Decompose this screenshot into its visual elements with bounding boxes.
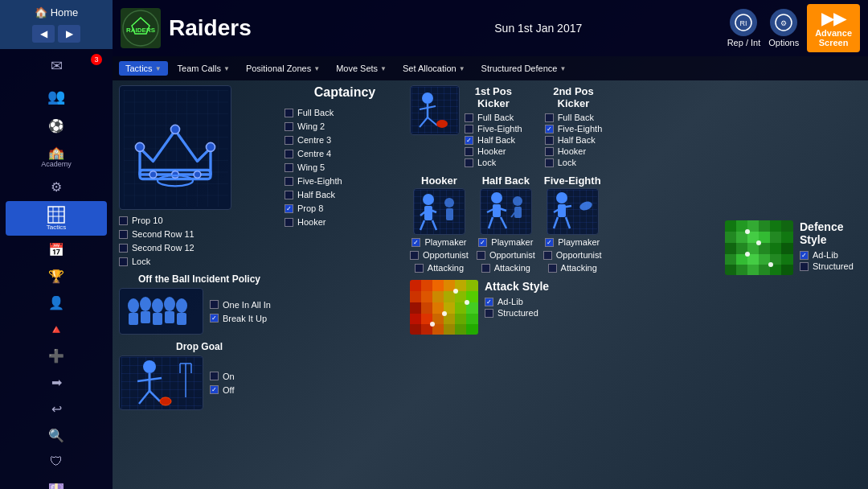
cb-wing2[interactable]: Wing 2	[285, 121, 405, 132]
tab-set-allocation[interactable]: Set Allocation ▼	[396, 61, 472, 76]
checkbox-drop-on[interactable]: On	[210, 371, 235, 382]
sidebar-item-cone[interactable]: 🔺	[6, 317, 107, 342]
sidebar-item-shield[interactable]: 🛡	[6, 450, 107, 474]
cb-k2-fb[interactable]: Full Back	[545, 112, 603, 123]
cb-centre4[interactable]: Centre 4	[285, 148, 405, 159]
cb-hooker-cap-box[interactable]	[285, 218, 293, 227]
sidebar-item-search[interactable]: 🔍	[6, 423, 107, 448]
sidebar-item-mail[interactable]: ✉ 3	[6, 52, 107, 81]
checkbox-break-it-up[interactable]: ✓ Break It Up	[210, 313, 271, 324]
rep-int-button[interactable]: RI Rep / Int	[727, 9, 761, 47]
cb-lock-box[interactable]	[119, 257, 128, 266]
cb-fe-op-box[interactable]	[543, 251, 552, 260]
cb-k1-hk[interactable]: Hooker	[465, 146, 522, 157]
cb-hb-op[interactable]: Opportunist	[477, 249, 535, 261]
cb-hb-at-box[interactable]	[481, 264, 490, 273]
cb-hb-at[interactable]: Attacking	[481, 262, 530, 273]
sidebar-item-tactics[interactable]: ⚽	[6, 113, 107, 138]
cb-k1-lock-box[interactable]	[465, 158, 473, 167]
cb-hk-pm[interactable]: ✓Playmaker	[411, 236, 466, 248]
cb-def-struct[interactable]: Structured	[800, 261, 862, 272]
cb-fe-pm-box[interactable]: ✓	[545, 238, 554, 247]
sidebar-item-players[interactable]: 👥	[6, 83, 107, 112]
cb-fe-at-box[interactable]	[548, 264, 557, 273]
checkbox-second-row-12[interactable]: Second Row 12	[119, 242, 194, 253]
cb-k2-hb-box[interactable]	[545, 136, 554, 145]
nav-forward-button[interactable]: ▶	[58, 25, 80, 43]
cb-halfback-cap-box[interactable]	[285, 191, 293, 199]
cb-fiveeighth-cap[interactable]: Five-Eighth	[285, 175, 405, 187]
cb-hk-pm-box[interactable]: ✓	[411, 238, 420, 247]
cb-fullback[interactable]: Full Back	[285, 107, 405, 118]
cb-k2-lock[interactable]: Lock	[545, 157, 603, 168]
cb-wing5-box[interactable]	[285, 163, 293, 172]
cb-k2-hk-box[interactable]	[545, 147, 554, 156]
tab-move-sets[interactable]: Move Sets ▼	[330, 61, 393, 76]
tab-team-calls[interactable]: Team Calls ▼	[171, 61, 236, 76]
cb-drop-on-box[interactable]	[210, 372, 219, 380]
advance-screen-button[interactable]: ▶▶ AdvanceScreen	[807, 4, 860, 52]
home-button[interactable]: 🏠 Home	[0, 3, 113, 22]
cb-hooker-cap[interactable]: Hooker	[285, 216, 405, 228]
checkbox-one-in-all-in[interactable]: One In All In	[210, 299, 271, 310]
cb-atk-struct[interactable]: Structured	[485, 307, 549, 318]
sidebar-item-tactics-active[interactable]: Tactics	[6, 201, 107, 236]
cb-hb-op-box[interactable]	[477, 251, 485, 260]
cb-k1-fb[interactable]: Full Back	[465, 112, 522, 123]
cb-k1-fe-box[interactable]	[465, 125, 473, 134]
cb-k2-hb[interactable]: Half Back	[545, 134, 603, 146]
cb-k2-fe-box[interactable]: ✓	[545, 125, 554, 134]
cb-hb-pm-box[interactable]: ✓	[478, 238, 487, 247]
cb-fiveeighth-cap-box[interactable]	[285, 177, 293, 186]
cb-k1-hb-box[interactable]: ✓	[465, 136, 473, 145]
cb-hk-op[interactable]: Opportunist	[410, 249, 469, 261]
cb-centre3-box[interactable]	[285, 136, 293, 145]
cb-atk-struct-box[interactable]	[485, 309, 493, 318]
tab-structured-defence[interactable]: Structured Defence ▼	[475, 61, 573, 76]
cb-fe-op[interactable]: Opportunist	[543, 249, 602, 261]
cb-sr11-box[interactable]	[119, 230, 128, 239]
cb-k2-fb-box[interactable]	[545, 113, 554, 122]
cb-k1-fb-box[interactable]	[465, 113, 473, 122]
sidebar-item-academy[interactable]: 🏫 Academy	[6, 140, 107, 173]
cb-centre4-box[interactable]	[285, 150, 293, 158]
cb-sr12-box[interactable]	[119, 244, 128, 253]
cb-halfback-cap[interactable]: Half Back	[285, 189, 405, 200]
sidebar-item-medical[interactable]: ➕	[6, 343, 107, 368]
cb-prop8-cap-box[interactable]: ✓	[285, 204, 293, 213]
sidebar-item-transfer[interactable]: ➡	[6, 370, 107, 395]
cb-k2-hk[interactable]: Hooker	[545, 146, 603, 157]
cb-hk-at-box[interactable]	[415, 264, 424, 273]
cb-def-adlib-box[interactable]: ✓	[800, 251, 809, 260]
cb-k1-hb[interactable]: ✓Half Back	[465, 134, 522, 146]
cb-oiai-box[interactable]	[210, 300, 219, 309]
cb-biu-box[interactable]: ✓	[210, 314, 219, 323]
cb-fe-at[interactable]: Attacking	[548, 262, 597, 273]
cb-k1-fe[interactable]: Five-Eighth	[465, 123, 522, 134]
cb-wing5[interactable]: Wing 5	[285, 162, 405, 173]
checkbox-prop10[interactable]: Prop 10	[119, 215, 194, 226]
sidebar-item-trophy[interactable]: 🏆	[6, 264, 107, 289]
checkbox-lock[interactable]: Lock	[119, 256, 194, 267]
nav-back-button[interactable]: ◀	[32, 25, 55, 43]
sidebar-item-back[interactable]: ↩	[6, 397, 107, 421]
sidebar-item-money[interactable]: 💷	[6, 475, 107, 489]
tab-tactics[interactable]: Tactics ▼	[119, 61, 168, 76]
sidebar-item-person[interactable]: 👤	[6, 290, 107, 315]
cb-fullback-box[interactable]	[285, 109, 293, 117]
options-button[interactable]: ⚙ Options	[768, 9, 799, 47]
tab-positional-zones[interactable]: Positional Zones ▼	[240, 61, 326, 76]
sidebar-item-calendar[interactable]: 📅	[6, 237, 107, 262]
cb-prop8-cap[interactable]: ✓ Prop 8	[285, 203, 405, 214]
cb-k1-lock[interactable]: Lock	[465, 157, 522, 168]
cb-k2-fe[interactable]: ✓Five-Eighth	[545, 123, 603, 134]
cb-atk-adlib[interactable]: ✓Ad-Lib	[485, 296, 549, 307]
checkbox-drop-off[interactable]: ✓ Off	[210, 384, 235, 396]
cb-hb-pm[interactable]: ✓Playmaker	[478, 236, 533, 248]
checkbox-second-row-11[interactable]: Second Row 11	[119, 228, 194, 240]
cb-centre3[interactable]: Centre 3	[285, 134, 405, 146]
cb-fe-pm[interactable]: ✓Playmaker	[545, 236, 600, 248]
cb-hk-op-box[interactable]	[410, 251, 419, 260]
cb-atk-adlib-box[interactable]: ✓	[485, 298, 493, 306]
cb-k2-lock-box[interactable]	[545, 158, 554, 167]
